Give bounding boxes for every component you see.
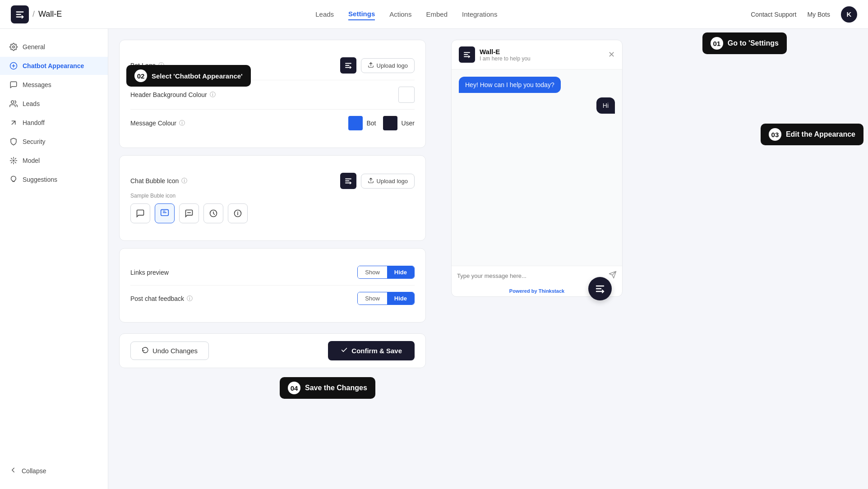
callout-04: 04 Save the Changes [280,377,375,399]
sidebar-item-suggestions-label: Suggestions [23,176,57,183]
user-message-bubble: Hi [596,97,615,114]
sidebar-item-leads[interactable]: Leads [0,95,108,113]
callout-01-text: Go to 'Settings [728,39,779,47]
user-avatar[interactable]: K [841,6,857,23]
sidebar: General Chatbot Appearance Messages Lead… [0,29,108,489]
undo-button[interactable]: Undo Changes [130,341,209,360]
topbar-left: / Wall-E [11,5,62,23]
nav-actions[interactable]: Actions [389,9,411,20]
bot-logo-preview [340,57,356,74]
header-bg-info-icon[interactable]: ⓘ [210,91,216,99]
my-bots-link[interactable]: My Bots [807,11,830,18]
callout-02-text: Select 'Chatbot Appearance' [152,72,243,80]
confirm-save-button[interactable]: Confirm & Save [328,341,415,360]
header-bg-color-picker[interactable] [398,87,415,103]
sample-bubble-label: Sample Buble icon [130,193,248,199]
post-chat-hide-button[interactable]: Hide [387,292,414,304]
bot-color-item: Bot [348,116,376,130]
undo-icon [142,346,149,355]
nav-settings[interactable]: Settings [348,8,375,20]
callout-01-num: 01 [711,37,723,50]
chat-close-button[interactable]: ✕ [608,50,615,60]
message-colour-options: Bot User [348,116,415,130]
chat-bot-info: Wall-E I am here to help you [480,48,531,62]
powered-by-brand: Thinkstack [539,288,564,294]
bot-message-bubble: Hey! How can I help you today? [459,77,561,93]
links-feedback-card: Links preview Show Hide Post chat feedba… [119,248,426,323]
sidebar-item-chatbot-appearance[interactable]: Chatbot Appearance [0,57,108,75]
callout-03: 03 Edit the Appearance [761,124,863,145]
bot-color-picker[interactable] [348,116,363,130]
links-preview-toggle: Show Hide [357,266,415,279]
bubble-icon-chat4[interactable] [203,203,223,223]
sidebar-item-model-label: Model [23,157,40,164]
message-colour-label: Message Colour ⓘ [130,119,185,127]
messages-icon [9,80,18,89]
topbar-right: Contact Support My Bots K [751,6,857,23]
sidebar-item-suggestions[interactable]: Suggestions [0,171,108,189]
bubble-icon-card: Chat Bubble Icon ⓘ Upload log [119,155,426,241]
topbar: / Wall-E Leads Settings Actions Embed In… [0,0,868,29]
user-color-picker[interactable] [383,116,397,130]
breadcrumb-separator: / [32,9,35,19]
upload-icon [368,62,374,69]
sidebar-item-security-label: Security [23,138,46,145]
bubble-icon-chat2[interactable] [155,203,175,223]
chat-bubble-label: Chat Bubble Icon ⓘ [130,177,187,185]
sidebar-item-leads-label: Leads [23,100,40,107]
post-chat-info-icon[interactable]: ⓘ [187,295,193,303]
callout-01: 01 Go to 'Settings [702,32,787,54]
app-name: Wall-E [38,9,62,19]
sidebar-item-messages[interactable]: Messages [0,76,108,94]
sample-bubble-section: Sample Buble icon [130,189,248,223]
nav-integrations[interactable]: Integrations [462,9,497,20]
undo-label: Undo Changes [152,347,198,355]
sidebar-item-model[interactable]: Model [0,152,108,170]
sidebar-bottom: Collapse [0,461,108,480]
links-preview-label: Links preview [130,269,169,276]
bubble-icon-chat3[interactable] [179,203,199,223]
header-bg-label: Header Background Colour ⓘ [130,91,216,99]
nav-leads[interactable]: Leads [315,9,334,20]
upload-logo-button[interactable]: Upload logo [361,58,415,73]
handoff-icon [9,118,18,127]
top-nav: Leads Settings Actions Embed Integration… [315,8,497,20]
sidebar-item-handoff[interactable]: Handoff [0,114,108,132]
send-button[interactable] [609,271,617,281]
post-chat-show-button[interactable]: Show [358,292,387,304]
sidebar-item-chatbot-appearance-label: Chatbot Appearance [23,62,84,69]
callout-04-num: 04 [288,382,300,394]
chat-header-left: Wall-E I am here to help you [459,46,531,63]
nav-embed[interactable]: Embed [426,9,448,20]
bubble-icon-info[interactable] [228,203,248,223]
sidebar-nav: General Chatbot Appearance Messages Lead… [0,38,108,189]
svg-point-0 [13,46,15,48]
content-area: Bot Logo ⓘ Upload logo [108,29,868,489]
upload-bubble-logo-button[interactable]: Upload logo [361,174,415,189]
chat-messages: Hey! How can I help you today? Hi [452,69,622,266]
sidebar-item-general[interactable]: General [0,38,108,56]
links-show-button[interactable]: Show [358,266,387,278]
chat-bubble-row: Chat Bubble Icon ⓘ Upload log [130,166,415,230]
chat-fab-button[interactable] [588,277,612,300]
chat-message-input[interactable] [457,272,605,279]
bot-color-label: Bot [366,120,376,127]
bubble-icon-chat1[interactable] [130,203,150,223]
svg-point-3 [13,160,14,161]
callout-03-num: 03 [769,128,781,141]
confirm-check-icon [341,346,348,355]
settings-panel: Bot Logo ⓘ Upload logo [119,40,426,478]
post-chat-label: Post chat feedback ⓘ [130,295,193,303]
links-hide-button[interactable]: Hide [387,266,414,278]
security-icon [9,137,18,146]
callout-04-text: Save the Changes [305,384,367,392]
message-colour-info-icon[interactable]: ⓘ [179,119,185,127]
user-color-item: User [383,116,415,130]
message-colour-row: Message Colour ⓘ Bot User [130,110,415,137]
sidebar-item-security[interactable]: Security [0,133,108,151]
collapse-button[interactable]: Collapse [9,466,99,475]
chat-bubble-info-icon[interactable]: ⓘ [181,177,187,185]
post-chat-toggle: Show Hide [357,292,415,305]
chatbot-appearance-icon [9,61,18,70]
contact-support-link[interactable]: Contact Support [751,11,796,18]
